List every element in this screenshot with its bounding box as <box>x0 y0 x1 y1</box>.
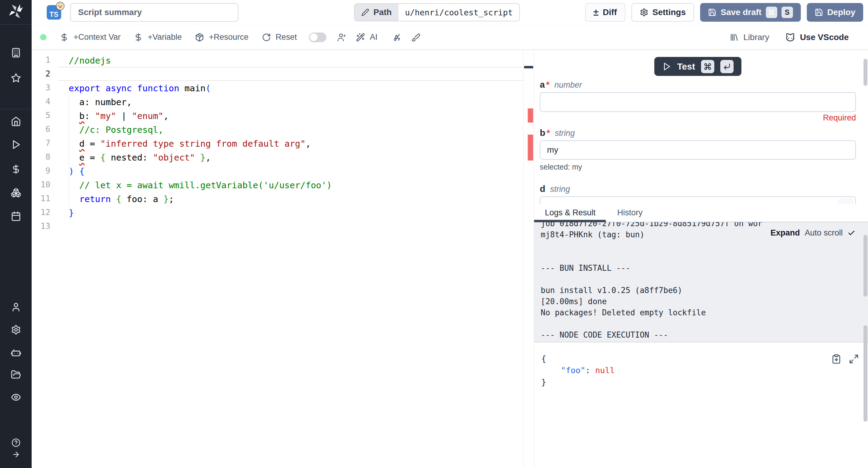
log-line <box>541 240 868 252</box>
sidebar-item-home[interactable] <box>0 116 32 127</box>
code-line[interactable]: 11 return { foo: a }; <box>32 192 523 205</box>
sidebar-item-audit-logs[interactable] <box>0 392 32 402</box>
main-area: TS Path u/henri/coolest_script <box>32 0 868 468</box>
field-type: string <box>555 129 575 138</box>
diff-button[interactable]: ± Diff <box>585 3 625 22</box>
required-asterisk: * <box>546 79 550 90</box>
line-number: 13 <box>32 219 58 233</box>
sidebar-collapse-toggle[interactable] <box>0 450 32 459</box>
arrow-right-icon <box>12 450 20 459</box>
path-control[interactable]: Path u/henri/coolest_script <box>354 3 520 22</box>
sidebar-item-favorites[interactable] <box>0 73 32 83</box>
test-button[interactable]: Test <box>654 57 741 76</box>
path-edit-button[interactable]: Path <box>355 4 398 21</box>
result-json-value: null <box>595 366 615 375</box>
script-args-form: Test a* number Required b* string <box>534 50 868 204</box>
code-line[interactable]: 6 //c: Postgresql, <box>32 122 523 136</box>
expand-button[interactable]: Expand <box>770 228 800 238</box>
line-number: 2 <box>32 67 58 81</box>
code-line-text: d = "inferred type string from default a… <box>58 136 523 150</box>
field-d-input[interactable] <box>540 196 856 204</box>
deploy-button-label: Deploy <box>827 7 855 17</box>
editor-toolbar: +Context Var +Variable +Resource Reset A… <box>32 25 868 50</box>
diff-button-label: Diff <box>603 7 617 17</box>
add-variable-button[interactable]: +Variable <box>134 33 182 42</box>
save-draft-button[interactable]: Save draft S <box>700 3 801 22</box>
tab-logs-result[interactable]: Logs & Result <box>534 204 607 222</box>
sidebar-item-workspace[interactable] <box>0 47 32 58</box>
form-scrollbar-thumb[interactable] <box>864 59 867 86</box>
sidebar-item-users[interactable] <box>0 302 32 312</box>
language-badge: TS <box>47 5 61 20</box>
sidebar-item-runs[interactable] <box>0 139 32 150</box>
line-number: 8 <box>32 150 58 164</box>
command-key-icon <box>766 7 777 18</box>
code-line[interactable]: 7 d = "inferred type string from default… <box>32 136 523 150</box>
add-context-var-button[interactable]: +Context Var <box>60 33 121 42</box>
sidebar-item-variables[interactable] <box>0 164 32 174</box>
code-line[interactable]: 5 b: "my" | "enum", <box>32 108 523 122</box>
logs-scrollbar-thumb[interactable] <box>864 235 867 297</box>
ai-gen-button[interactable]: AI <box>356 33 378 42</box>
reset-button[interactable]: Reset <box>262 33 297 42</box>
settings-button[interactable]: Settings <box>631 3 694 22</box>
splitter-drag-handle[interactable] <box>524 66 533 68</box>
field-a-input[interactable] <box>540 92 856 112</box>
result-json-key: "foo" <box>561 366 585 375</box>
field-b-input[interactable] <box>540 140 856 160</box>
result-json-open: { <box>541 353 868 364</box>
line-number: 6 <box>32 122 58 136</box>
use-vscode-button[interactable]: Use VScode <box>785 33 849 42</box>
line-number: 9 <box>32 164 58 178</box>
play-icon <box>11 139 21 150</box>
sidebar-item-settings[interactable] <box>0 325 32 335</box>
result-json-kv: "foo": null <box>541 364 868 376</box>
sidebar-item-resources[interactable] <box>0 188 32 198</box>
code-line[interactable]: 3export async function main( <box>32 81 523 95</box>
sidebar-item-schedules[interactable] <box>0 211 32 221</box>
maximize-icon[interactable] <box>849 354 859 364</box>
code-line[interactable]: 8 e = { nested: "object" }, <box>32 150 523 164</box>
log-line <box>541 252 868 263</box>
code-line[interactable]: 12} <box>32 205 523 219</box>
code-line[interactable]: 9) { <box>32 164 523 178</box>
sidebar-item-help[interactable] <box>0 438 32 447</box>
code-editor[interactable]: 1//nodejs2 3export async function main(4… <box>32 50 523 468</box>
result-scrollbar-thumb[interactable] <box>864 325 867 422</box>
script-summary-input[interactable] <box>70 3 239 22</box>
path-value: u/henri/coolest_script <box>398 4 520 21</box>
field-d-expand-button[interactable] <box>838 199 853 204</box>
sidebar-item-folders[interactable] <box>0 370 32 380</box>
log-controls: Expand Auto scroll <box>767 228 855 238</box>
code-line-text: export async function main( <box>58 81 523 95</box>
log-line <box>541 274 868 285</box>
add-resource-label: +Resource <box>209 33 248 42</box>
library-icon <box>730 33 739 42</box>
code-line[interactable]: 4 a: number, <box>32 95 523 108</box>
sidebar-item-workers[interactable] <box>0 347 32 358</box>
s-key-chip: S <box>781 7 793 18</box>
help-icon <box>11 438 21 447</box>
log-line <box>541 318 868 330</box>
add-resource-button[interactable]: +Resource <box>195 33 248 42</box>
disable-assistant-icon[interactable] <box>392 33 401 42</box>
code-line[interactable]: 13 <box>32 219 523 233</box>
code-line[interactable]: 10 // let x = await wmill.getVariable('u… <box>32 178 523 192</box>
autoscroll-toggle[interactable]: Auto scroll <box>805 228 843 238</box>
log-lines: job 018d7f20-27f0-725d-1b29-8d85179d757f… <box>541 222 868 341</box>
multiplayer-users-icon[interactable] <box>337 33 346 42</box>
format-brush-icon[interactable] <box>411 33 421 42</box>
code-line[interactable]: 2 <box>32 67 523 81</box>
field-a-error: Required <box>540 113 856 123</box>
library-button[interactable]: Library <box>730 33 770 42</box>
deploy-button[interactable]: Deploy <box>807 3 863 22</box>
field-name: d <box>540 184 545 194</box>
windmill-logo-icon[interactable] <box>0 4 32 19</box>
logs-panel[interactable]: job 018d7f20-27f0-725d-1b29-8d85179d757f… <box>534 222 868 342</box>
windmill-app: TS Path u/henri/coolest_script <box>0 0 868 468</box>
dollar-icon <box>134 33 143 42</box>
multiplayer-toggle[interactable] <box>309 33 327 42</box>
tab-history[interactable]: History <box>607 204 653 222</box>
copy-clipboard-icon[interactable] <box>831 354 841 364</box>
code-line[interactable]: 1//nodejs <box>32 53 523 67</box>
